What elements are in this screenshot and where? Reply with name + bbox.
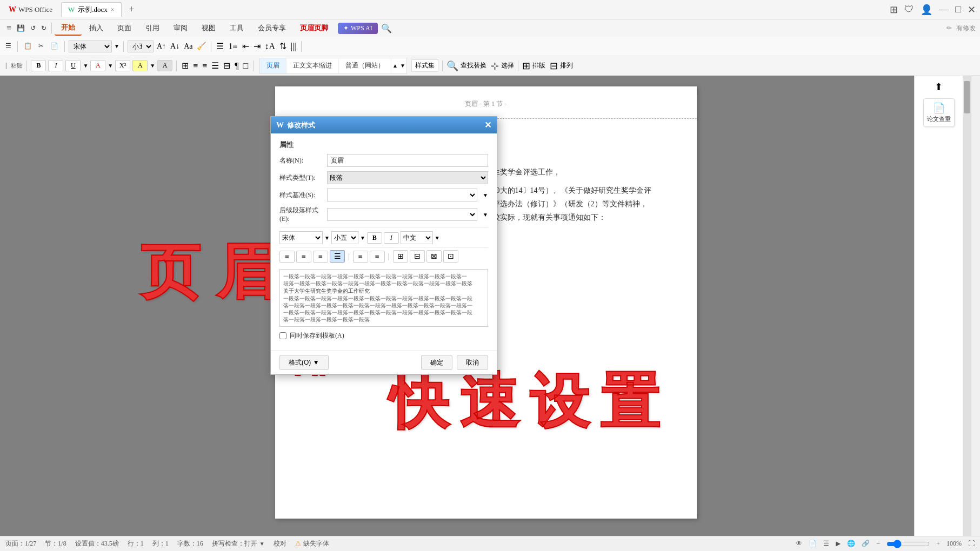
paste2-button[interactable]: 📄 (48, 41, 61, 51)
format-lang-select[interactable]: 中文 (401, 231, 433, 244)
font-color-dropdown[interactable]: ▼ (108, 63, 113, 69)
ok-button[interactable]: 确定 (421, 355, 452, 370)
zoom-in-btn[interactable]: + (936, 540, 940, 548)
vertical-scrollbar[interactable] (963, 76, 971, 536)
bold-button[interactable]: B (31, 60, 46, 71)
select-icon[interactable]: ⊹ (491, 60, 499, 72)
lunwen-card[interactable]: 📄 论文查重 (923, 98, 955, 127)
font-increase-btn[interactable]: A↑ (156, 41, 167, 52)
outline-view-btn[interactable]: ☰ (823, 540, 829, 548)
align-btn-5[interactable]: ≡ (353, 251, 368, 263)
align-btn-6[interactable]: ≡ (370, 251, 385, 263)
spell-check[interactable]: 拼写检查：打开 ▼ (212, 539, 265, 548)
find-replace-label[interactable]: 查找替换 (461, 61, 486, 70)
indent-right-btn[interactable]: ⇥ (252, 40, 262, 52)
highlight-dropdown[interactable]: ▼ (150, 63, 155, 69)
align-btn-10[interactable]: ⊡ (443, 250, 458, 263)
style-scroll-down[interactable]: ▼ (399, 63, 406, 69)
quick-access-icon[interactable]: ≡ (4, 22, 14, 34)
ordered-list-btn[interactable]: 1≡ (227, 41, 238, 52)
align-btn-2[interactable]: ≡ (296, 251, 311, 263)
document-tab[interactable]: W 示例.docx × (61, 2, 122, 17)
wps-ai-button[interactable]: ✦ WPS AI (338, 23, 378, 34)
chars-per-line-btn[interactable]: ||| (290, 41, 297, 52)
format-dropdown-button[interactable]: 格式(O) ▼ (279, 355, 329, 370)
align-btn-1[interactable]: ≡ (279, 251, 295, 263)
align-btn-4[interactable]: ☰ (330, 250, 345, 263)
play-btn[interactable]: ▶ (836, 540, 841, 548)
new-tab-button[interactable]: + (126, 3, 138, 16)
tab-view[interactable]: 视图 (195, 21, 222, 35)
erase-format-btn[interactable]: 🧹 (196, 41, 207, 52)
format-lang-dropdown[interactable]: ▼ (435, 235, 440, 241)
border-btn[interactable]: □ (242, 60, 249, 72)
save-button[interactable]: 💾 (15, 23, 27, 33)
superscript-button[interactable]: X² (115, 60, 130, 71)
arrange-icon[interactable]: ⊞ (522, 60, 530, 72)
arrange2-label[interactable]: 排列 (560, 61, 573, 70)
align-btn-8[interactable]: ⊟ (410, 250, 425, 263)
format-size-select[interactable]: 小五 (331, 231, 358, 244)
tab-insert[interactable]: 插入 (83, 21, 110, 35)
styles-collection-btn[interactable]: 样式集 (411, 59, 438, 72)
tab-home[interactable]: 开始 (55, 21, 82, 36)
link-icon[interactable]: 🔗 (862, 540, 870, 548)
next-style-dropdown[interactable]: ▼ (483, 212, 488, 218)
format-italic-btn[interactable]: I (384, 232, 399, 244)
scroll-thumb[interactable] (964, 81, 970, 113)
underline-dropdown[interactable]: ▼ (83, 63, 88, 69)
highlight-button[interactable]: A (132, 60, 148, 71)
close-button[interactable]: ✕ (968, 4, 976, 16)
style-header-btn[interactable]: 页眉 (260, 58, 286, 73)
redo-button[interactable]: ↻ (39, 23, 49, 33)
align-btn-3[interactable]: ≡ (313, 251, 328, 263)
font-color-button[interactable]: A (90, 60, 105, 71)
tab-tools[interactable]: 工具 (223, 21, 250, 35)
style-scroll-up[interactable]: ▲ (391, 63, 399, 69)
window-icon2[interactable]: 🛡 (904, 4, 914, 15)
style-normal-indent-btn[interactable]: 正文文本缩进 (286, 58, 339, 73)
page-view-btn[interactable]: 📄 (809, 540, 817, 548)
cut-button[interactable]: ✂ (36, 41, 46, 51)
align-btn-9[interactable]: ⊠ (426, 250, 442, 263)
align-left-btn[interactable]: ⊞ (181, 59, 190, 72)
save-template-checkbox[interactable] (279, 332, 286, 339)
format-bold-btn[interactable]: B (367, 232, 382, 244)
indent-left-btn[interactable]: ⇤ (241, 40, 250, 52)
format-size-dropdown[interactable]: ▼ (360, 235, 365, 241)
spell-dropdown[interactable]: ▼ (259, 541, 265, 547)
web-icon[interactable]: 🌐 (847, 540, 855, 548)
tab-vip[interactable]: 会员专享 (251, 21, 292, 35)
align-center-btn[interactable]: ≡ (192, 60, 199, 72)
paste-button[interactable]: 📋 (22, 41, 34, 51)
fullscreen-btn[interactable]: ⛶ (968, 540, 975, 548)
font-name-select[interactable]: 宋体 (69, 41, 112, 52)
font-clear-btn[interactable]: Aa (183, 41, 194, 52)
line-spacing-btn[interactable]: ↕A (264, 41, 277, 52)
tab-header-footer[interactable]: 页眉页脚 (294, 21, 335, 35)
tab-review[interactable]: 审阅 (167, 21, 194, 35)
align-right-btn[interactable]: ≡ (201, 60, 208, 72)
underline-button[interactable]: U (65, 60, 81, 71)
font-decrease-btn[interactable]: A↓ (169, 41, 181, 52)
close-tab-button[interactable]: × (111, 6, 115, 14)
font-name-dropdown[interactable]: ▼ (114, 43, 119, 49)
undo-button[interactable]: ↺ (28, 23, 38, 33)
style-base-select[interactable] (327, 189, 477, 201)
style-base-dropdown[interactable]: ▼ (483, 192, 488, 198)
search-icon[interactable]: 🔍 (381, 23, 392, 33)
style-type-select[interactable]: 段落 (327, 171, 488, 184)
save-template-label[interactable]: 同时保存到模板(A) (290, 331, 344, 340)
align-dist-btn[interactable]: ⊟ (222, 59, 231, 72)
collapse-arrow[interactable]: ⬆ (935, 81, 943, 93)
align-btn-7[interactable]: ⊞ (393, 250, 408, 263)
para-mark-btn[interactable]: ¶ (234, 60, 239, 72)
minimize-button[interactable]: — (939, 4, 949, 15)
sort-btn[interactable]: ⇅ (278, 40, 288, 52)
tab-reference[interactable]: 引用 (139, 21, 166, 35)
zoom-slider[interactable] (886, 540, 930, 548)
sidebar-toggle[interactable]: ☰ (3, 41, 14, 51)
format-font-select[interactable]: 宋体 (279, 231, 323, 244)
next-style-select[interactable] (327, 208, 477, 221)
style-web-normal-btn[interactable]: 普通（网站） (339, 58, 391, 73)
